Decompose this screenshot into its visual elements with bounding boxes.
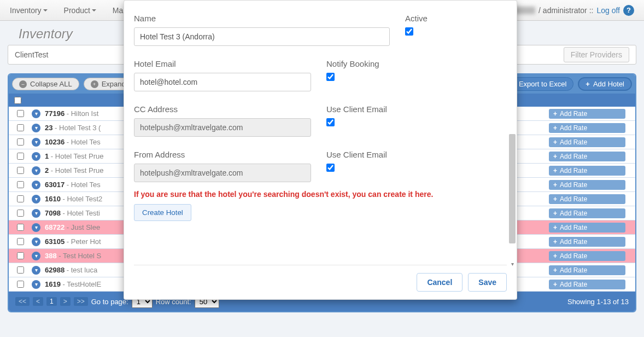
plus-icon: + (553, 281, 557, 288)
notify-checkbox[interactable] (326, 73, 335, 81)
caret-down-icon (92, 9, 96, 11)
expand-row-icon[interactable]: ▾ (32, 109, 40, 118)
add-hotel-modal: Name Active Hotel Email Notify Booking C… (124, 0, 517, 300)
add-rate-button[interactable]: +Add Rate (549, 109, 625, 119)
cancel-button[interactable]: Cancel (417, 273, 462, 292)
name-input[interactable] (134, 27, 390, 46)
row-checkbox[interactable] (17, 167, 24, 174)
pager-last[interactable]: >> (74, 297, 88, 306)
row-checkbox[interactable] (17, 210, 24, 217)
plus-icon: + (553, 181, 557, 189)
cc-input[interactable] (134, 118, 311, 137)
add-rate-label: Add Rate (560, 110, 587, 118)
add-rate-label: Add Rate (560, 138, 587, 146)
filter-providers-button[interactable]: Filter Providers (564, 47, 629, 62)
pager-prev[interactable]: < (33, 297, 43, 306)
row-checkbox[interactable] (17, 153, 24, 160)
plus-icon: + (586, 80, 590, 88)
pager-current[interactable]: 1 (46, 297, 57, 306)
plus-icon: + (553, 153, 557, 160)
add-rate-label: Add Rate (560, 281, 587, 288)
plus-icon: + (91, 80, 98, 88)
row-checkbox[interactable] (17, 181, 24, 188)
plus-icon: + (553, 167, 557, 175)
expand-row-icon[interactable]: ▾ (32, 266, 40, 275)
cc-use-label: Use Client Email (326, 104, 504, 114)
row-checkbox[interactable] (17, 252, 24, 259)
email-label: Hotel Email (134, 59, 311, 68)
add-rate-button[interactable]: +Add Rate (549, 194, 625, 204)
nav-right: / administrator :: Log off ? (513, 5, 634, 16)
collapse-all-button[interactable]: –Collapse ALL (12, 78, 79, 90)
select-all-checkbox[interactable] (14, 97, 21, 104)
expand-row-icon[interactable]: ▾ (32, 195, 40, 204)
add-rate-button[interactable]: +Add Rate (549, 137, 625, 147)
add-rate-button[interactable]: +Add Rate (549, 265, 625, 275)
active-label: Active (405, 14, 504, 23)
save-button[interactable]: Save (468, 273, 507, 292)
row-checkbox[interactable] (17, 110, 24, 117)
pager-first[interactable]: << (15, 297, 30, 306)
showing-text: Showing 1-13 of 13 (567, 298, 629, 306)
plus-icon: + (553, 195, 557, 203)
row-checkbox[interactable] (17, 124, 24, 131)
from-input[interactable] (134, 164, 311, 182)
create-hotel-button[interactable]: Create Hotel (134, 204, 191, 221)
notify-label: Notify Booking (326, 59, 504, 68)
user-role: / administrator :: (538, 6, 593, 15)
modal-scrollbar[interactable]: ▾ (509, 3, 516, 266)
row-checkbox[interactable] (17, 281, 24, 288)
row-checkbox[interactable] (17, 195, 24, 202)
export-label: Export to Excel (519, 80, 566, 88)
add-rate-label: Add Rate (560, 153, 587, 160)
row-checkbox[interactable] (17, 224, 24, 231)
cc-use-checkbox[interactable] (326, 118, 335, 126)
row-checkbox[interactable] (17, 238, 24, 245)
expand-row-icon[interactable]: ▾ (32, 124, 40, 132)
expand-row-icon[interactable]: ▾ (32, 223, 40, 232)
warning-text: If you are sure that the hotel you're se… (134, 190, 504, 199)
goto-label: Go to page: (91, 298, 128, 306)
cc-label: CC Address (134, 104, 311, 114)
export-excel-button[interactable]: Export to Excel (512, 77, 573, 91)
expand-row-icon[interactable]: ▾ (32, 152, 40, 161)
modal-footer: Cancel Save (134, 265, 507, 292)
add-rate-button[interactable]: +Add Rate (549, 152, 625, 161)
add-rate-button[interactable]: +Add Rate (549, 180, 625, 190)
nav-item-product[interactable]: Product (64, 6, 96, 15)
add-rate-button[interactable]: +Add Rate (549, 280, 625, 289)
help-icon[interactable]: ? (623, 5, 634, 16)
expand-row-icon[interactable]: ▾ (32, 280, 40, 289)
scroll-down-icon[interactable]: ▾ (510, 262, 514, 266)
add-rate-label: Add Rate (560, 224, 587, 231)
logoff-link[interactable]: Log off (596, 6, 620, 15)
add-hotel-button[interactable]: +Add Hotel (578, 77, 632, 91)
add-rate-button[interactable]: +Add Rate (549, 251, 625, 261)
expand-row-icon[interactable]: ▾ (32, 209, 40, 218)
add-rate-button[interactable]: +Add Rate (549, 237, 625, 247)
nav-item-inventory[interactable]: Inventory (10, 6, 48, 15)
expand-row-icon[interactable]: ▾ (32, 166, 40, 175)
from-use-checkbox[interactable] (326, 164, 335, 172)
from-label: From Address (134, 150, 311, 159)
add-rate-button[interactable]: +Add Rate (549, 166, 625, 176)
add-rate-label: Add Rate (560, 167, 587, 175)
add-rate-button[interactable]: +Add Rate (549, 223, 625, 233)
add-rate-label: Add Rate (560, 195, 587, 203)
expand-row-icon[interactable]: ▾ (32, 138, 40, 147)
add-rate-button[interactable]: +Add Rate (549, 123, 625, 133)
row-checkbox[interactable] (17, 266, 24, 274)
add-hotel-label: Add Hotel (593, 80, 624, 88)
plus-icon: + (553, 266, 557, 274)
active-checkbox[interactable] (405, 27, 413, 36)
expand-row-icon[interactable]: ▾ (32, 181, 40, 189)
add-rate-button[interactable]: +Add Rate (549, 208, 625, 218)
add-rate-label: Add Rate (560, 238, 587, 246)
expand-row-icon[interactable]: ▾ (32, 237, 40, 246)
row-checkbox[interactable] (17, 138, 24, 146)
add-rate-label: Add Rate (560, 266, 587, 274)
pager-next[interactable]: > (60, 297, 71, 306)
scrollbar-thumb[interactable] (509, 134, 516, 243)
expand-row-icon[interactable]: ▾ (32, 252, 40, 260)
email-input[interactable] (134, 73, 311, 91)
